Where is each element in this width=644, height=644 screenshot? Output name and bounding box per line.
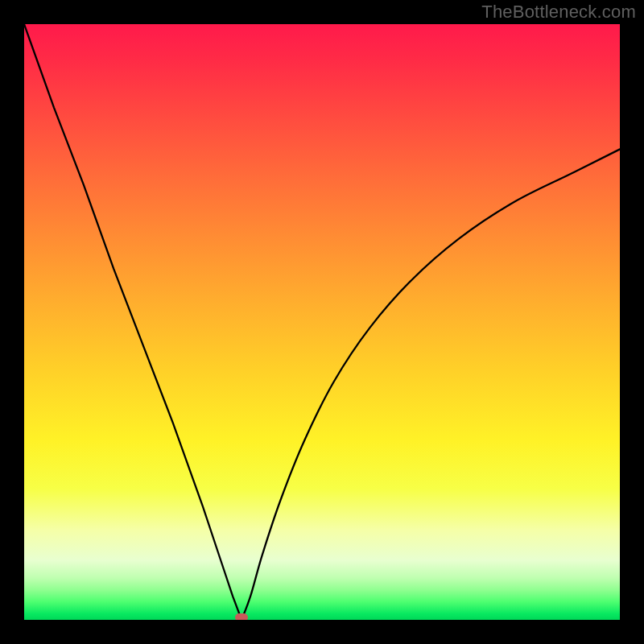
min-point-marker: [235, 613, 248, 620]
curve-layer: [24, 24, 620, 620]
chart-frame: TheBottleneck.com: [0, 0, 644, 644]
watermark-text: TheBottleneck.com: [481, 2, 636, 23]
bottleneck-curve: [24, 24, 620, 620]
plot-area: [24, 24, 620, 620]
